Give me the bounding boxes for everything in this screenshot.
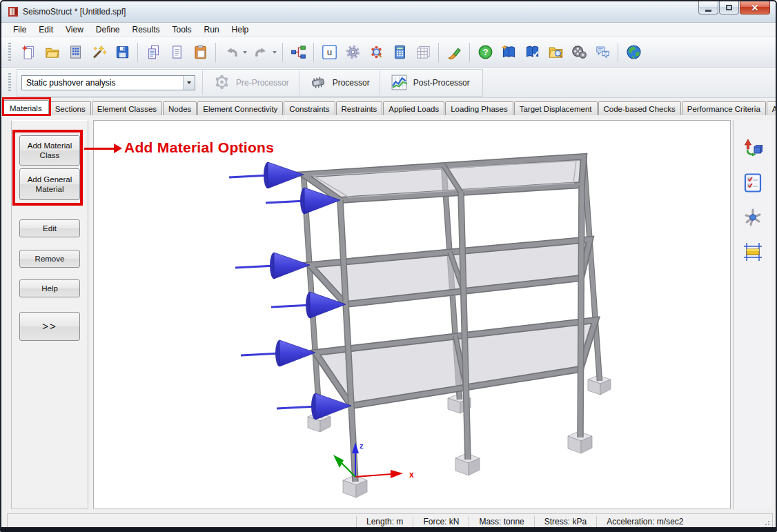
status-mass: Mass: tonne bbox=[469, 516, 533, 527]
toolbar-grip[interactable] bbox=[8, 43, 11, 62]
settings-gear-icon[interactable] bbox=[342, 41, 364, 63]
menu-tools[interactable]: Tools bbox=[166, 23, 198, 36]
window-title: SeismoStruct * [Untitled.spf] bbox=[23, 7, 126, 17]
tab-restraints[interactable]: Restraints bbox=[336, 101, 383, 115]
open-model-icon[interactable] bbox=[41, 41, 63, 63]
feedback-chat-icon[interactable] bbox=[591, 41, 613, 63]
seismosoft-website-icon[interactable] bbox=[622, 41, 645, 63]
resize-grip[interactable] bbox=[762, 518, 770, 526]
view-tools-panel bbox=[733, 120, 772, 509]
maximize-button[interactable] bbox=[719, 1, 739, 14]
pre-processor-button: Pre-Processor bbox=[204, 69, 297, 97]
status-length: Length: m bbox=[356, 516, 413, 527]
grid-view-icon[interactable] bbox=[412, 41, 434, 63]
status-stress: Stress: kPa bbox=[534, 516, 596, 527]
axis-x-label: x bbox=[409, 470, 414, 480]
add-general-material-button[interactable]: Add General Material bbox=[19, 168, 80, 200]
title-bar[interactable]: SeismoStruct * [Untitled.spf] ✕ bbox=[1, 1, 776, 23]
tab-applied-loads[interactable]: Applied Loads bbox=[383, 101, 444, 115]
tutorial-book-icon[interactable] bbox=[498, 41, 520, 63]
performance-checklist-icon[interactable] bbox=[741, 171, 765, 195]
load-arrow bbox=[235, 253, 310, 279]
remove-button[interactable]: Remove bbox=[19, 250, 80, 268]
search-folder-icon[interactable] bbox=[544, 41, 567, 63]
tab-constraints[interactable]: Constraints bbox=[284, 101, 335, 115]
combobox-dropdown-button[interactable] bbox=[183, 76, 195, 90]
pre-processor-icon bbox=[213, 73, 231, 92]
structure-3d-model: z x bbox=[94, 120, 731, 509]
new-model-icon[interactable] bbox=[17, 41, 39, 63]
roof-slab bbox=[304, 157, 584, 200]
menu-edit[interactable]: Edit bbox=[32, 23, 59, 36]
appraisal-book-icon[interactable] bbox=[521, 41, 543, 63]
status-acceleration: Acceleration: m/sec2 bbox=[596, 516, 693, 527]
save-icon[interactable] bbox=[111, 41, 133, 63]
refresh-brush-icon[interactable] bbox=[443, 41, 465, 63]
undo-dropdown[interactable] bbox=[243, 51, 247, 54]
analysis-toolbar: Static pushover analysis Pre-Processor P… bbox=[1, 68, 776, 98]
menu-define[interactable]: Define bbox=[90, 23, 126, 36]
redo-dropdown[interactable] bbox=[273, 51, 277, 54]
calculator-icon[interactable] bbox=[388, 41, 411, 63]
element-connectivity-icon[interactable] bbox=[287, 41, 309, 63]
tab-code-based-checks[interactable]: Code-based Checks bbox=[598, 101, 681, 115]
view-orientation-icon[interactable] bbox=[741, 137, 765, 160]
analysis-type-value: Static pushover analysis bbox=[22, 78, 183, 88]
menu-bar: File Edit View Define Results Tools Run … bbox=[1, 23, 776, 37]
tab-nodes[interactable]: Nodes bbox=[163, 101, 197, 115]
toolbar-grip2[interactable] bbox=[8, 73, 11, 92]
building-template-icon[interactable] bbox=[64, 41, 86, 63]
post-processor-button[interactable]: Post-Processor bbox=[382, 69, 478, 97]
add-material-class-button[interactable]: Add Material Class bbox=[19, 135, 80, 166]
model-viewer-icon[interactable] bbox=[365, 41, 387, 63]
floor1-slab bbox=[315, 320, 596, 406]
menu-view[interactable]: View bbox=[59, 23, 90, 36]
tab-sections[interactable]: Sections bbox=[50, 101, 91, 115]
processor-icon bbox=[309, 73, 328, 92]
copy-multiple-icon[interactable] bbox=[142, 41, 164, 63]
svg-text:u: u bbox=[326, 47, 331, 57]
close-button[interactable]: ✕ bbox=[740, 1, 770, 14]
expand-button[interactable]: >> bbox=[19, 312, 80, 341]
units-icon[interactable]: u bbox=[318, 41, 340, 63]
svg-text:?: ? bbox=[482, 48, 488, 57]
tab-loading-phases[interactable]: Loading Phases bbox=[445, 101, 513, 115]
help-icon[interactable]: ? bbox=[474, 41, 496, 63]
redo-icon[interactable] bbox=[250, 41, 272, 63]
axes-triad: z x bbox=[333, 442, 414, 480]
tab-analysis-output[interactable]: Analysis Output bbox=[767, 101, 777, 115]
menu-run[interactable]: Run bbox=[198, 23, 226, 36]
edit-button[interactable]: Edit bbox=[19, 219, 80, 237]
materials-sidebar: Add Material Class Add General Material … bbox=[11, 120, 88, 509]
menu-results[interactable]: Results bbox=[126, 23, 166, 36]
tab-materials[interactable]: Materials bbox=[3, 100, 49, 115]
status-force: Force: kN bbox=[413, 516, 469, 527]
section-tool-icon[interactable] bbox=[741, 240, 765, 264]
app-icon bbox=[8, 6, 19, 17]
post-processor-icon bbox=[390, 73, 409, 92]
floor2-slab bbox=[310, 239, 590, 304]
paste-icon[interactable] bbox=[189, 41, 211, 63]
model-viewport[interactable]: z x bbox=[93, 120, 731, 509]
minimize-button[interactable] bbox=[698, 1, 718, 14]
analysis-type-combobox[interactable]: Static pushover analysis bbox=[21, 75, 195, 90]
axis-z-label: z bbox=[360, 442, 364, 450]
tab-performance-criteria[interactable]: Performance Criteria bbox=[682, 101, 766, 115]
video-tutorials-icon[interactable] bbox=[568, 41, 590, 63]
tab-element-classes[interactable]: Element Classes bbox=[92, 101, 162, 115]
undo-icon[interactable] bbox=[220, 41, 242, 63]
module-tabs: Materials Sections Element Classes Nodes… bbox=[1, 98, 776, 115]
load-arrow bbox=[277, 393, 351, 420]
help-button[interactable]: Help bbox=[19, 279, 80, 297]
processor-button[interactable]: Processor bbox=[301, 69, 378, 97]
application-window: SeismoStruct * [Untitled.spf] ✕ File Edi… bbox=[0, 0, 777, 532]
load-arrow bbox=[241, 340, 315, 366]
copy-page-icon[interactable] bbox=[166, 41, 188, 63]
menu-help[interactable]: Help bbox=[226, 23, 255, 36]
tab-target-displacement[interactable]: Target Displacement bbox=[514, 101, 598, 115]
node-tool-icon[interactable] bbox=[741, 206, 765, 229]
status-bar: Length: m Force: kN Mass: tonne Stress: … bbox=[7, 513, 773, 529]
tab-element-connectivity[interactable]: Element Connectivity bbox=[197, 101, 283, 115]
menu-file[interactable]: File bbox=[7, 23, 32, 36]
wizard-icon[interactable] bbox=[88, 41, 110, 63]
